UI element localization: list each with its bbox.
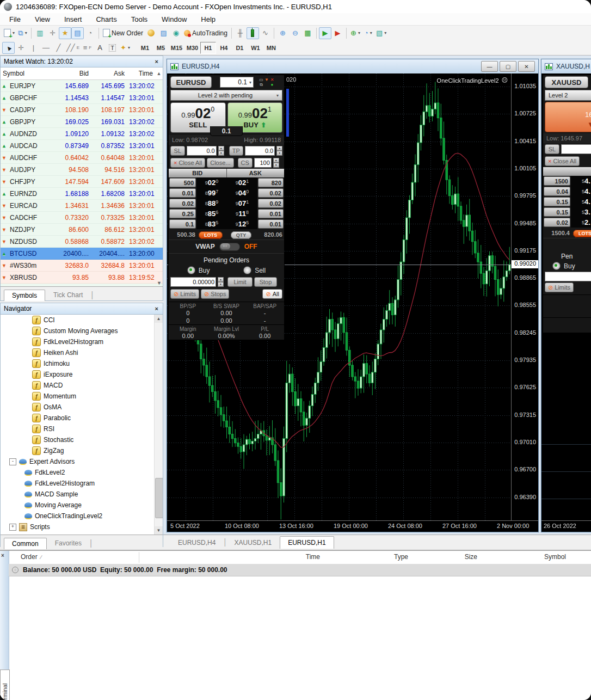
column-symbol[interactable]: Symbol bbox=[528, 553, 566, 561]
menu-charts[interactable]: Charts bbox=[89, 14, 124, 24]
tab-favorites[interactable]: Favorites bbox=[47, 537, 90, 549]
market-watch-header[interactable]: Market Watch: 13:20:02 × bbox=[1, 56, 163, 67]
column-ask[interactable]: Ask bbox=[91, 70, 127, 77]
bid-price-cell[interactable]: 52. bbox=[571, 217, 591, 228]
text-label-button[interactable]: T bbox=[106, 42, 119, 54]
tile-windows-button[interactable]: ▦ bbox=[301, 27, 314, 39]
metaeditor-button[interactable]: ▨ bbox=[157, 27, 170, 39]
navigator-group-scripts[interactable]: +≣Scripts bbox=[1, 521, 163, 532]
sell-button[interactable]: 1654.7 ▼SELL bbox=[545, 102, 591, 132]
market-watch-toggle-button[interactable]: ★ bbox=[59, 27, 71, 39]
column-bid[interactable]: Bid bbox=[53, 70, 91, 77]
navigator-scrollbar[interactable]: ▲ ▼ bbox=[154, 315, 163, 535]
cs-stepper[interactable]: ▲▼ bbox=[273, 158, 279, 168]
navigator-item-ichimoku[interactable]: ƒIchimoku bbox=[1, 358, 163, 369]
qty-toggle-button[interactable]: QTY bbox=[231, 231, 252, 239]
bid-volume-cell[interactable]: 0.25 bbox=[169, 209, 196, 218]
bid-price-cell[interactable]: 8835 bbox=[196, 219, 227, 229]
navigator-item-macd[interactable]: ƒMACD bbox=[1, 380, 163, 391]
tp-input[interactable]: 0.0 bbox=[245, 146, 275, 156]
collapse-icon[interactable]: - bbox=[9, 458, 16, 465]
pending-price-input[interactable]: 0.00 bbox=[545, 272, 591, 281]
navigator-item-oneclicktradinglevel2[interactable]: OneClickTradingLevel2 bbox=[1, 511, 163, 521]
panel-mode-dropdown[interactable]: Level 2 with pending ▾ bbox=[170, 90, 282, 101]
navigator-item-cci[interactable]: ƒCCI bbox=[1, 315, 163, 326]
menu-window[interactable]: Window bbox=[155, 14, 194, 24]
timeframe-mn[interactable]: MN bbox=[263, 42, 279, 54]
ask-volume-cell[interactable]: 0.01 bbox=[258, 219, 284, 229]
indicators-button[interactable]: ⊕▾ bbox=[349, 27, 362, 39]
market-watch-row-EURCAD[interactable]: ▼EURCAD1.346311.3463613:20:01 bbox=[1, 200, 163, 212]
column-order[interactable]: Order∕ bbox=[21, 553, 41, 561]
pending-price-stepper[interactable]: ▲▼ bbox=[218, 277, 224, 287]
price-axis[interactable]: 1.010351.007251.004151.001050.997950.994… bbox=[511, 73, 538, 521]
chart-tab-eurusd-h4[interactable]: EURUSD,H4 bbox=[170, 536, 224, 549]
metaeditor-coin-button[interactable] bbox=[145, 27, 157, 39]
navigator-item-macd-sample[interactable]: MACD Sample bbox=[1, 489, 163, 500]
auto-scroll-button[interactable]: ▶ bbox=[319, 27, 331, 39]
navigator-header[interactable]: Navigator × bbox=[1, 303, 163, 315]
chart-tab-xauusd-h1[interactable]: XAUUSD,H1 bbox=[226, 536, 280, 549]
market-watch-row-CADJPY[interactable]: ▼CADJPY108.190108.19713:20:01 bbox=[1, 104, 163, 116]
market-watch-row-AUDCHF[interactable]: ▼AUDCHF0.640420.6404813:20:01 bbox=[1, 152, 163, 164]
market-watch-row-AUDJPY[interactable]: ▼AUDJPY94.50894.51613:20:01 bbox=[1, 164, 163, 176]
sl-input[interactable]: 0.0 bbox=[187, 146, 217, 156]
equidistant-channel-button[interactable]: ╱╱E bbox=[65, 42, 81, 54]
market-watch-row-BTCUSD[interactable]: ▲BTCUSD20400....20404....13:20:00 bbox=[1, 248, 163, 260]
bid-volume-cell[interactable]: 500 bbox=[169, 178, 196, 187]
timeframe-m5[interactable]: M5 bbox=[153, 42, 169, 54]
time-axis[interactable]: 5 Oct 202210 Oct 08:0013 Oct 16:0019 Oct… bbox=[167, 520, 538, 532]
panel-symbol-button[interactable]: XAUUSD bbox=[545, 76, 588, 88]
bid-price-cell[interactable]: 8889 bbox=[196, 198, 227, 208]
horizontal-line-button[interactable]: — bbox=[40, 42, 52, 54]
ask-volume-cell[interactable]: 0.01 bbox=[258, 209, 284, 218]
market-watch-row-NZDUSD[interactable]: ▼NZDUSD0.588680.5887213:20:02 bbox=[1, 236, 163, 248]
bid-price-cell[interactable]: 54. bbox=[571, 186, 591, 197]
autotrading-button[interactable]: AutoTrading bbox=[182, 27, 229, 39]
navigator-item-heiken-ashi[interactable]: ƒHeiken Ashi bbox=[1, 347, 163, 358]
bid-volume-cell[interactable]: 1500 bbox=[544, 176, 570, 186]
market-watch-row-WS30m[interactable]: ▼#WS30m32683.032684.813:20:01 bbox=[1, 260, 163, 272]
limit-button[interactable]: Limit bbox=[227, 277, 253, 287]
restore-button[interactable]: ▢ bbox=[500, 61, 516, 72]
bid-price-cell[interactable]: 8997 bbox=[196, 188, 227, 198]
menu-view[interactable]: View bbox=[28, 14, 57, 24]
timeframe-d1[interactable]: D1 bbox=[232, 42, 248, 54]
column-type[interactable]: Type bbox=[370, 553, 408, 561]
tab-tick-chart[interactable]: Tick Chart bbox=[45, 289, 91, 300]
arrows-button[interactable]: ✦▾ bbox=[119, 42, 132, 54]
close-icon[interactable]: × bbox=[154, 305, 159, 312]
crosshair-button[interactable]: ✛ bbox=[15, 42, 27, 54]
chart-window-titlebar[interactable]: XAUUSD,H bbox=[541, 59, 591, 73]
terminal-tab[interactable]: Terminal bbox=[0, 670, 10, 700]
timeframe-m30[interactable]: M30 bbox=[184, 42, 200, 54]
history-center-button[interactable]: ◔ bbox=[84, 27, 96, 39]
zoom-in-button[interactable]: ⊕ bbox=[276, 27, 289, 39]
new-chart-button[interactable]: ▾ bbox=[2, 27, 16, 39]
buy-radio[interactable]: Buy bbox=[552, 262, 591, 270]
scroll-down-icon[interactable]: ▼ bbox=[157, 280, 162, 286]
buy-radio[interactable]: Buy bbox=[187, 266, 210, 274]
close-button[interactable]: ✕ bbox=[518, 61, 535, 72]
cs-button[interactable]: CS bbox=[238, 158, 253, 168]
text-button[interactable]: A bbox=[94, 42, 106, 54]
navigator-item-moving-average[interactable]: Moving Average bbox=[1, 500, 163, 511]
panel-mode-dropdown[interactable]: Level 2 bbox=[545, 90, 591, 101]
scroll-down-icon[interactable]: ▼ bbox=[155, 526, 163, 535]
menu-tools[interactable]: Tools bbox=[124, 14, 155, 24]
close-button[interactable]: Close... bbox=[207, 158, 233, 168]
profiles-button[interactable]: ⧉▾ bbox=[16, 27, 29, 39]
expand-icon[interactable]: + bbox=[9, 524, 16, 531]
ask-price-cell[interactable]: 9071 bbox=[227, 198, 257, 208]
sl-stepper[interactable]: ▲▼ bbox=[218, 146, 224, 156]
bid-volume-cell[interactable]: 0.15 bbox=[544, 197, 570, 206]
cs-input[interactable]: 100 bbox=[254, 158, 272, 168]
timeframe-m15[interactable]: M15 bbox=[169, 42, 184, 54]
panel-symbol-button[interactable]: EURUSD bbox=[170, 76, 212, 88]
bar-chart-button[interactable]: ╫ bbox=[234, 27, 247, 39]
titlebar[interactable]: 1204636089: FXOpen-ECN Demo Server - Dem… bbox=[0, 0, 591, 13]
navigator-item-momentum[interactable]: ƒMomentum bbox=[1, 391, 163, 402]
ask-price-cell[interactable]: 9040 bbox=[227, 188, 257, 198]
market-watch-row-EURNZD[interactable]: ▲EURNZD1.681881.6820813:20:01 bbox=[1, 188, 163, 200]
delete-limits-button[interactable]: ⊘ Limits bbox=[170, 289, 199, 299]
